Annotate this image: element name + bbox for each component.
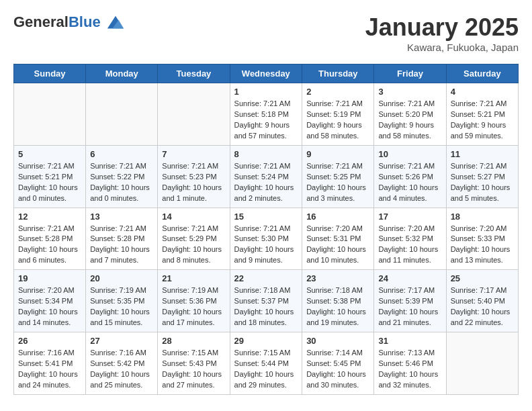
logo: GeneralBlue — [13, 13, 125, 32]
day-number: 20 — [90, 273, 153, 283]
day-number: 16 — [306, 212, 369, 222]
day-info: Sunrise: 7:17 AM Sunset: 5:39 PM Dayligh… — [378, 285, 441, 328]
day-info: Sunrise: 7:21 AM Sunset: 5:22 PM Dayligh… — [90, 161, 153, 204]
calendar-cell — [86, 83, 158, 146]
calendar-cell — [14, 83, 86, 146]
day-number: 28 — [162, 336, 225, 346]
day-info: Sunrise: 7:21 AM Sunset: 5:29 PM Dayligh… — [162, 224, 225, 267]
day-number: 18 — [451, 212, 514, 222]
day-number: 13 — [90, 212, 153, 222]
page-header: GeneralBlue January 2025 Kawara, Fukuoka… — [13, 13, 519, 53]
calendar-cell: 16Sunrise: 7:20 AM Sunset: 5:31 PM Dayli… — [302, 208, 374, 270]
day-info: Sunrise: 7:20 AM Sunset: 5:32 PM Dayligh… — [378, 224, 441, 267]
day-info: Sunrise: 7:21 AM Sunset: 5:20 PM Dayligh… — [378, 99, 441, 142]
day-number: 19 — [18, 273, 81, 283]
calendar-cell — [158, 83, 230, 146]
calendar-cell: 2Sunrise: 7:21 AM Sunset: 5:19 PM Daylig… — [302, 83, 374, 146]
logo-blue-text: Blue — [69, 13, 101, 30]
calendar-cell: 20Sunrise: 7:19 AM Sunset: 5:35 PM Dayli… — [86, 270, 158, 332]
day-number: 15 — [234, 212, 298, 222]
day-info: Sunrise: 7:13 AM Sunset: 5:46 PM Dayligh… — [378, 348, 441, 391]
day-info: Sunrise: 7:15 AM Sunset: 5:44 PM Dayligh… — [234, 348, 298, 391]
calendar-cell: 30Sunrise: 7:14 AM Sunset: 5:45 PM Dayli… — [302, 332, 374, 395]
day-number: 22 — [234, 273, 298, 283]
calendar-cell: 11Sunrise: 7:21 AM Sunset: 5:27 PM Dayli… — [446, 145, 518, 208]
day-number: 17 — [378, 212, 441, 222]
day-info: Sunrise: 7:21 AM Sunset: 5:27 PM Dayligh… — [451, 161, 514, 204]
weekday-header-wednesday: Wednesday — [230, 64, 302, 83]
day-info: Sunrise: 7:16 AM Sunset: 5:42 PM Dayligh… — [90, 348, 153, 391]
day-number: 11 — [451, 149, 514, 159]
calendar-cell: 19Sunrise: 7:20 AM Sunset: 5:34 PM Dayli… — [14, 270, 86, 332]
day-info: Sunrise: 7:21 AM Sunset: 5:23 PM Dayligh… — [162, 161, 225, 204]
logo-general-text: General — [13, 13, 69, 30]
calendar-cell: 24Sunrise: 7:17 AM Sunset: 5:39 PM Dayli… — [374, 270, 446, 332]
calendar-cell: 17Sunrise: 7:20 AM Sunset: 5:32 PM Dayli… — [374, 208, 446, 270]
day-info: Sunrise: 7:21 AM Sunset: 5:28 PM Dayligh… — [90, 224, 153, 267]
weekday-header-friday: Friday — [374, 64, 446, 83]
calendar-cell: 9Sunrise: 7:21 AM Sunset: 5:25 PM Daylig… — [302, 145, 374, 208]
day-info: Sunrise: 7:20 AM Sunset: 5:31 PM Dayligh… — [306, 224, 369, 267]
calendar-week-row: 5Sunrise: 7:21 AM Sunset: 5:21 PM Daylig… — [14, 145, 519, 208]
calendar-cell: 14Sunrise: 7:21 AM Sunset: 5:29 PM Dayli… — [158, 208, 230, 270]
weekday-header-thursday: Thursday — [302, 64, 374, 83]
day-number: 14 — [162, 212, 225, 222]
day-info: Sunrise: 7:21 AM Sunset: 5:30 PM Dayligh… — [234, 224, 298, 267]
day-info: Sunrise: 7:20 AM Sunset: 5:34 PM Dayligh… — [18, 285, 81, 328]
day-number: 6 — [90, 149, 153, 159]
day-number: 12 — [18, 212, 81, 222]
logo-icon — [106, 13, 125, 32]
day-number: 25 — [451, 273, 514, 283]
day-info: Sunrise: 7:18 AM Sunset: 5:37 PM Dayligh… — [234, 285, 298, 328]
calendar-table: SundayMondayTuesdayWednesdayThursdayFrid… — [13, 64, 519, 395]
day-number: 2 — [306, 87, 369, 97]
calendar-cell: 6Sunrise: 7:21 AM Sunset: 5:22 PM Daylig… — [86, 145, 158, 208]
weekday-header-tuesday: Tuesday — [158, 64, 230, 83]
calendar-cell: 25Sunrise: 7:17 AM Sunset: 5:40 PM Dayli… — [446, 270, 518, 332]
calendar-cell: 22Sunrise: 7:18 AM Sunset: 5:37 PM Dayli… — [230, 270, 302, 332]
day-number: 31 — [378, 336, 441, 346]
day-number: 3 — [378, 87, 441, 97]
calendar-cell: 29Sunrise: 7:15 AM Sunset: 5:44 PM Dayli… — [230, 332, 302, 395]
day-number: 27 — [90, 336, 153, 346]
calendar-week-row: 12Sunrise: 7:21 AM Sunset: 5:28 PM Dayli… — [14, 208, 519, 270]
day-info: Sunrise: 7:19 AM Sunset: 5:36 PM Dayligh… — [162, 285, 225, 328]
day-number: 9 — [306, 149, 369, 159]
day-number: 5 — [18, 149, 81, 159]
day-info: Sunrise: 7:19 AM Sunset: 5:35 PM Dayligh… — [90, 285, 153, 328]
calendar-week-row: 26Sunrise: 7:16 AM Sunset: 5:41 PM Dayli… — [14, 332, 519, 395]
day-info: Sunrise: 7:21 AM Sunset: 5:21 PM Dayligh… — [18, 161, 81, 204]
day-info: Sunrise: 7:21 AM Sunset: 5:25 PM Dayligh… — [306, 161, 369, 204]
calendar-cell: 7Sunrise: 7:21 AM Sunset: 5:23 PM Daylig… — [158, 145, 230, 208]
calendar-cell — [446, 332, 518, 395]
calendar-cell: 15Sunrise: 7:21 AM Sunset: 5:30 PM Dayli… — [230, 208, 302, 270]
calendar-week-row: 19Sunrise: 7:20 AM Sunset: 5:34 PM Dayli… — [14, 270, 519, 332]
day-number: 23 — [306, 273, 369, 283]
day-number: 7 — [162, 149, 225, 159]
day-info: Sunrise: 7:21 AM Sunset: 5:18 PM Dayligh… — [234, 99, 298, 142]
calendar-cell: 31Sunrise: 7:13 AM Sunset: 5:46 PM Dayli… — [374, 332, 446, 395]
calendar-cell: 3Sunrise: 7:21 AM Sunset: 5:20 PM Daylig… — [374, 83, 446, 146]
calendar-cell: 5Sunrise: 7:21 AM Sunset: 5:21 PM Daylig… — [14, 145, 86, 208]
day-info: Sunrise: 7:20 AM Sunset: 5:33 PM Dayligh… — [451, 224, 514, 267]
weekday-header-row: SundayMondayTuesdayWednesdayThursdayFrid… — [14, 64, 519, 83]
day-info: Sunrise: 7:21 AM Sunset: 5:28 PM Dayligh… — [18, 224, 81, 267]
calendar-cell: 21Sunrise: 7:19 AM Sunset: 5:36 PM Dayli… — [158, 270, 230, 332]
day-number: 26 — [18, 336, 81, 346]
day-info: Sunrise: 7:16 AM Sunset: 5:41 PM Dayligh… — [18, 348, 81, 391]
day-number: 1 — [234, 87, 298, 97]
day-number: 4 — [451, 87, 514, 97]
calendar-cell: 8Sunrise: 7:21 AM Sunset: 5:24 PM Daylig… — [230, 145, 302, 208]
day-info: Sunrise: 7:21 AM Sunset: 5:24 PM Dayligh… — [234, 161, 298, 204]
calendar-cell: 12Sunrise: 7:21 AM Sunset: 5:28 PM Dayli… — [14, 208, 86, 270]
day-info: Sunrise: 7:21 AM Sunset: 5:21 PM Dayligh… — [451, 99, 514, 142]
day-number: 21 — [162, 273, 225, 283]
day-number: 29 — [234, 336, 298, 346]
month-title: January 2025 — [365, 13, 519, 42]
day-info: Sunrise: 7:14 AM Sunset: 5:45 PM Dayligh… — [306, 348, 369, 391]
calendar-week-row: 1Sunrise: 7:21 AM Sunset: 5:18 PM Daylig… — [14, 83, 519, 146]
day-number: 8 — [234, 149, 298, 159]
day-info: Sunrise: 7:21 AM Sunset: 5:19 PM Dayligh… — [306, 99, 369, 142]
day-info: Sunrise: 7:18 AM Sunset: 5:38 PM Dayligh… — [306, 285, 369, 328]
day-number: 10 — [378, 149, 441, 159]
